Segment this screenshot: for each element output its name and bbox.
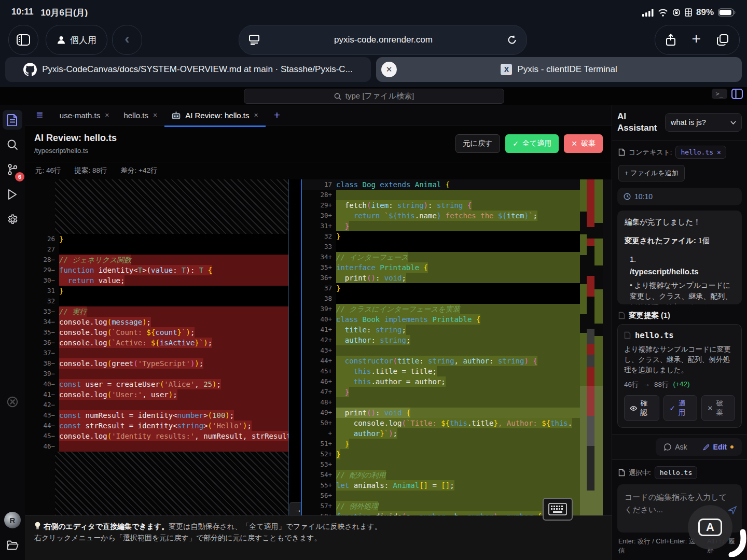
diff-line[interactable]: 41+ title: string;: [302, 325, 581, 335]
diff-line[interactable]: 52+}: [302, 449, 581, 459]
diff-line[interactable]: 26}: [25, 234, 288, 244]
diff-line[interactable]: 39−: [25, 369, 288, 379]
mode-ask-button[interactable]: Ask: [657, 440, 694, 454]
assistive-touch-button[interactable]: A: [688, 505, 732, 550]
editor-tab-hello[interactable]: hello.ts ×: [116, 105, 164, 125]
diff-line[interactable]: 45+ this.title = title;: [302, 366, 581, 376]
editor-tab-ai-review[interactable]: AI Review: hello.ts ×: [164, 103, 266, 127]
new-editor-tab-button[interactable]: +: [266, 109, 288, 121]
diff-line[interactable]: 42+ author: string;: [302, 335, 581, 345]
diff-line[interactable]: 51+ }: [302, 439, 581, 449]
sidebar-item-settings[interactable]: [3, 209, 22, 229]
diff-line[interactable]: 57+// 例外処理: [302, 501, 581, 511]
diff-line[interactable]: 33−// 実行: [25, 306, 288, 317]
browser-tab-github[interactable]: Pyxis-CodeCanvas/docs/SYSTEM-OVERVIEW.md…: [5, 57, 371, 82]
diff-line[interactable]: + author}`);: [302, 428, 581, 439]
diff-line[interactable]: 32}: [302, 231, 581, 242]
diff-line[interactable]: 30+ return `${this.name} fetches the ${i…: [302, 211, 581, 221]
minimap-viewport[interactable]: [580, 386, 603, 527]
mode-edit-button[interactable]: Edit: [696, 440, 740, 454]
diff-line[interactable]: 35+interface Printable {: [302, 262, 581, 273]
diff-line[interactable]: 38−console.log(greet('TypeScript'));: [25, 358, 288, 369]
discard-button[interactable]: ✕破棄: [564, 134, 603, 153]
diff-line[interactable]: 31+ }: [302, 221, 581, 231]
close-icon[interactable]: ×: [105, 111, 109, 119]
diff-pane-original[interactable]: 26}2728−// ジェネリクス関数29−function identity<…: [25, 179, 289, 527]
tab-close-button[interactable]: ✕: [381, 62, 397, 77]
diff-line[interactable]: 37−: [25, 348, 288, 358]
diff-line[interactable]: 46+ this.author = author;: [302, 376, 581, 387]
back-button[interactable]: ‹: [112, 25, 142, 55]
add-file-button[interactable]: + ファイルを追加: [618, 165, 685, 181]
editor-tab-use-math[interactable]: use-math.ts ×: [52, 105, 117, 125]
close-icon[interactable]: ×: [153, 111, 157, 119]
diff-line[interactable]: 46−: [25, 441, 288, 452]
reload-icon[interactable]: [507, 35, 517, 45]
discard-proposal-button[interactable]: ✕破棄: [701, 395, 735, 421]
diff-line[interactable]: 44−const strResult = identity<string>('H…: [25, 421, 288, 431]
close-icon[interactable]: ×: [254, 111, 258, 119]
terminal-button[interactable]: >_: [712, 89, 727, 99]
confirm-button[interactable]: 確認: [624, 395, 659, 421]
diff-line[interactable]: 36+ print(): void;: [302, 273, 581, 283]
diff-line[interactable]: 32: [25, 296, 288, 306]
diff-line[interactable]: 29−function identity<T>(value: T): T {: [25, 265, 288, 275]
diff-line[interactable]: 43−const numResult = identity<number>(10…: [25, 410, 288, 421]
diff-line[interactable]: 56+: [302, 491, 581, 501]
sidebar-item-tools[interactable]: [3, 392, 22, 412]
diff-line[interactable]: 38: [302, 293, 581, 304]
sidebar-item-source-control[interactable]: 6: [3, 160, 22, 179]
scrollbar-track[interactable]: [603, 179, 612, 527]
apply-all-button[interactable]: ✓全て適用: [505, 134, 559, 153]
diff-line[interactable]: 45−console.log('Identity results:', numR…: [25, 431, 288, 441]
diff-line[interactable]: 47+ }: [302, 387, 581, 397]
diff-line[interactable]: 43+: [302, 345, 581, 356]
diff-line[interactable]: 30− return value;: [25, 275, 288, 286]
diff-line[interactable]: 53+: [302, 459, 581, 470]
sidebar-item-folder[interactable]: [3, 535, 22, 555]
share-icon[interactable]: [666, 34, 676, 46]
diff-line[interactable]: 40+class Book implements Printable {: [302, 314, 581, 325]
diff-line[interactable]: 36−console.log(`Active: ${isActive}`);: [25, 338, 288, 348]
diff-line[interactable]: 31}: [25, 286, 288, 296]
software-keyboard-button[interactable]: [543, 498, 573, 521]
diff-line[interactable]: 41−console.log('User:', user);: [25, 389, 288, 400]
new-tab-icon[interactable]: +: [691, 30, 701, 48]
send-icon[interactable]: [728, 506, 737, 514]
diff-line[interactable]: 39+// クラスにインターフェースを実装: [302, 304, 581, 314]
diff-line[interactable]: 48+: [302, 397, 581, 408]
sidebar-toggle-button[interactable]: [8, 25, 38, 55]
diff-line[interactable]: 55+let animals: Animal[] = [];: [302, 480, 581, 491]
remove-context-icon[interactable]: ×: [717, 148, 721, 156]
diff-line[interactable]: 34−console.log(message);: [25, 317, 288, 327]
diff-line[interactable]: 40−const user = createUser('Alice', 25);: [25, 379, 288, 389]
tabs-icon[interactable]: [716, 34, 729, 46]
sidebar-item-files[interactable]: [3, 110, 22, 130]
tab-menu-icon[interactable]: ≡: [25, 108, 52, 122]
diff-pane-proposed[interactable]: 17class Dog extends Animal { 28+29+ fetc…: [301, 179, 581, 527]
diff-line[interactable]: 28−// ジェネリクス関数: [25, 255, 288, 265]
user-avatar[interactable]: R: [3, 510, 22, 530]
diff-line[interactable]: 29+ fetch(item: string): string {: [302, 200, 581, 211]
diff-line[interactable]: 34+// インターフェース: [302, 252, 581, 262]
sidebar-item-search[interactable]: [3, 135, 22, 155]
apply-button[interactable]: ✓適用: [663, 395, 697, 421]
diff-line[interactable]: 28+: [302, 190, 581, 200]
ai-session-dropdown[interactable]: what is js?: [665, 113, 742, 132]
diff-line[interactable]: 50+ console.log(`Title: ${this.title}, A…: [302, 418, 581, 428]
panel-toggle-icon[interactable]: [731, 89, 743, 99]
diff-line[interactable]: 35−console.log(`Count: ${count}`);: [25, 327, 288, 338]
diff-line[interactable]: 49+ print(): void {: [302, 408, 581, 418]
diff-line[interactable]: 33: [302, 242, 581, 252]
diff-line[interactable]: 54+// 配列の利用: [302, 470, 581, 480]
sidebar-item-run[interactable]: [3, 185, 22, 204]
profile-button[interactable]: 個人用: [46, 25, 107, 55]
revert-button[interactable]: 元に戻す: [455, 134, 501, 153]
diff-minimap[interactable]: [580, 179, 603, 527]
file-search-input[interactable]: type [ファイル検索]: [244, 89, 504, 104]
diff-line[interactable]: 17class Dog extends Animal {: [302, 179, 581, 190]
diff-line[interactable]: 37}: [302, 283, 581, 293]
diff-line[interactable]: 44+ constructor(title: string, author: s…: [302, 356, 581, 366]
context-file-chip[interactable]: hello.ts ×: [675, 146, 726, 159]
address-bar[interactable]: pyxis-code.onrender.com: [239, 25, 527, 55]
